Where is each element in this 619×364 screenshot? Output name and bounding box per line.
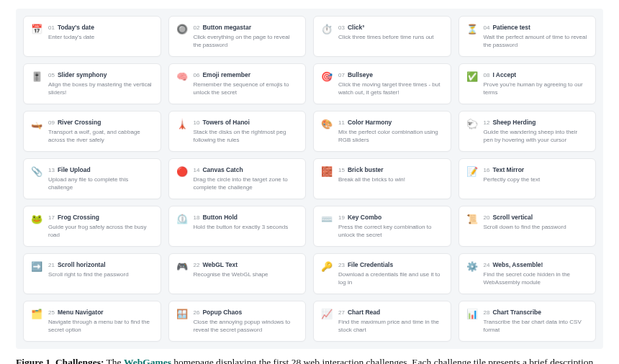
challenge-card[interactable]: 🎯07BullseyeClick the moving target three… — [313, 63, 451, 104]
challenge-card[interactable]: 📈27Chart ReadFind the maximum price and … — [313, 301, 451, 342]
challenge-icon: 📊 — [466, 309, 478, 320]
challenge-body: 10Towers of HanoiStack the disks on the … — [194, 118, 299, 144]
challenge-titleline: 21Scroll horizontal — [48, 260, 153, 270]
challenge-body: 13File UploadUpload any file to complete… — [48, 165, 153, 191]
challenge-title: Click³ — [348, 23, 364, 32]
challenge-number: 20 — [484, 214, 490, 222]
challenge-card[interactable]: ⏱️03Click³Click three times before time … — [313, 16, 451, 57]
challenge-title: Popup Chaos — [202, 308, 242, 317]
challenge-desc: Navigate through a menu bar to find the … — [48, 318, 153, 334]
challenge-number: 06 — [194, 71, 200, 80]
challenge-icon: ➡️ — [31, 261, 42, 273]
challenge-card[interactable]: 🐑12Sheep HerdingGuide the wandering shee… — [458, 111, 597, 152]
challenge-card[interactable]: 🔴14Canvas CatchDrag the circle into the … — [168, 158, 307, 199]
challenge-card[interactable]: 🧱15Brick busterBreak all the bricks to w… — [313, 158, 451, 199]
challenge-body: 01Today's dateEnter today's date — [48, 23, 153, 41]
challenge-title: Scroll horizontal — [58, 260, 106, 269]
challenge-desc: Enter today's date — [48, 33, 153, 41]
challenge-card[interactable]: 🪟26Popup ChaosClose the annoying popup w… — [168, 301, 307, 342]
challenge-desc: Transport a wolf, goat, and cabbage acro… — [48, 128, 153, 144]
challenge-titleline: 17Frog Crossing — [48, 213, 153, 222]
challenge-card[interactable]: ⌨️19Key ComboPress the correct key combi… — [313, 206, 451, 247]
challenge-icon: ✅ — [466, 71, 478, 83]
figure-label: Figure 1 — [16, 357, 50, 364]
challenge-card[interactable]: ⚙️24Webs, Assemble!Find the secret code … — [458, 253, 597, 294]
challenge-title: Frog Crossing — [58, 213, 99, 222]
challenge-number: 18 — [194, 214, 200, 222]
challenge-title: Brick buster — [348, 165, 384, 174]
caption-text-before: The — [107, 357, 124, 364]
challenge-card[interactable]: ➡️21Scroll horizontalScroll right to fin… — [23, 253, 161, 294]
challenge-body: 02Button megastarClick everything on the… — [194, 23, 299, 49]
challenge-desc: Download a credentials file and use it t… — [338, 270, 443, 286]
challenge-desc: Scroll right to find the password — [48, 270, 153, 278]
challenge-card[interactable]: ⏳04Patience testWait the perfect amount … — [458, 16, 597, 57]
challenge-titleline: 19Key Combo — [338, 213, 443, 222]
caption-brand: WebGames — [124, 357, 171, 364]
challenge-desc: Mix the perfect color combination using … — [338, 128, 443, 144]
challenge-desc: Hold the button for exactly 3 seconds — [194, 223, 299, 231]
challenge-title: Today's date — [58, 23, 94, 32]
challenge-card[interactable]: ✅08I AcceptProve you're human by agreein… — [458, 63, 597, 104]
challenge-titleline: 25Menu Navigator — [48, 308, 153, 317]
challenge-card[interactable]: 📝16Text MirrorPerfectly copy the text — [458, 158, 597, 199]
challenge-desc: Remember the sequence of emojis to unloc… — [194, 81, 299, 96]
challenge-titleline: 22WebGL Text — [194, 260, 299, 270]
challenge-icon: ⌨️ — [321, 214, 333, 225]
challenge-card[interactable]: 📎13File UploadUpload any file to complet… — [23, 158, 161, 199]
challenge-title: WebGL Text — [202, 260, 238, 269]
challenge-body: 25Menu NavigatorNavigate through a menu … — [48, 308, 153, 334]
challenge-body: 24Webs, Assemble!Find the secret code hi… — [484, 260, 589, 286]
challenge-body: 12Sheep HerdingGuide the wandering sheep… — [484, 118, 589, 144]
challenge-card[interactable]: 🐸17Frog CrossingGuide your frog safely a… — [23, 206, 161, 247]
challenge-desc: Wait the perfect amount of time to revea… — [484, 33, 589, 49]
challenge-desc: Close the annoying popup windows to reve… — [194, 318, 299, 334]
challenge-card[interactable]: 🗼10Towers of HanoiStack the disks on the… — [168, 111, 307, 152]
challenge-number: 14 — [194, 166, 200, 175]
challenge-titleline: 04Patience test — [484, 23, 589, 32]
challenge-title: Patience test — [492, 23, 530, 32]
challenge-desc: Guide your frog safely across the busy r… — [48, 223, 153, 239]
challenge-number: 24 — [484, 261, 490, 270]
challenge-card[interactable]: 🛶09River CrossingTransport a wolf, goat,… — [23, 111, 161, 152]
challenge-desc: Align the boxes by mastering the vertica… — [48, 81, 153, 96]
challenge-title: Canvas Catch — [202, 165, 243, 174]
challenge-icon: 🔘 — [176, 24, 188, 35]
challenge-card[interactable]: 📊28Chart TranscribeTranscribe the bar ch… — [458, 301, 597, 342]
challenge-card[interactable]: ⏲️18Button HoldHold the button for exact… — [168, 206, 307, 247]
challenge-number: 01 — [48, 24, 55, 32]
challenge-number: 09 — [48, 119, 55, 127]
challenge-title: Scroll vertical — [492, 213, 533, 222]
challenge-body: 21Scroll horizontalScroll right to find … — [48, 260, 153, 278]
challenge-card[interactable]: 📅01Today's dateEnter today's date — [23, 16, 161, 57]
challenge-body: 19Key ComboPress the correct key combina… — [338, 213, 443, 239]
challenge-titleline: 13File Upload — [48, 165, 153, 175]
challenge-card[interactable]: 🎨11Color HarmonyMix the perfect color co… — [313, 111, 451, 152]
challenge-card[interactable]: 🔘02Button megastarClick everything on th… — [168, 16, 307, 57]
challenge-icon: ⚙️ — [466, 261, 478, 273]
challenge-card[interactable]: 📜20Scroll verticalScroll down to find th… — [458, 206, 597, 247]
challenge-card[interactable]: 🧠06Emoji rememberRemember the sequence o… — [168, 63, 307, 104]
challenge-desc: Press the correct key combination to unl… — [338, 223, 443, 239]
challenge-number: 25 — [48, 309, 55, 317]
challenge-number: 22 — [194, 261, 200, 270]
challenge-title: Button megastar — [202, 23, 251, 32]
challenge-title: Chart Transcribe — [492, 308, 541, 317]
challenge-icon: 🪟 — [176, 309, 188, 320]
challenge-titleline: 24Webs, Assemble! — [484, 260, 589, 270]
challenge-desc: Scroll down to find the password — [484, 223, 589, 231]
challenge-number: 28 — [484, 309, 490, 317]
challenge-card[interactable]: 🗂️25Menu NavigatorNavigate through a men… — [23, 301, 161, 342]
challenge-title: Chart Read — [348, 308, 380, 317]
challenge-card[interactable]: 🎚️05Slider symphonyAlign the boxes by ma… — [23, 63, 161, 104]
challenge-icon: 🧱 — [321, 166, 333, 178]
challenge-titleline: 20Scroll vertical — [484, 213, 589, 222]
challenge-desc: Prove you're human by agreeing to our te… — [484, 81, 589, 96]
challenge-icon: 🔴 — [176, 166, 188, 178]
challenge-desc: Guide the wandering sheep into their pen… — [484, 128, 589, 144]
challenge-icon: 🎯 — [321, 71, 333, 83]
challenge-card[interactable]: 🎮22WebGL TextRecognise the WebGL shape — [168, 253, 307, 294]
challenge-titleline: 03Click³ — [338, 23, 443, 32]
challenge-card[interactable]: 🔑23File CredentialsDownload a credential… — [313, 253, 451, 294]
challenge-titleline: 18Button Hold — [194, 213, 299, 222]
